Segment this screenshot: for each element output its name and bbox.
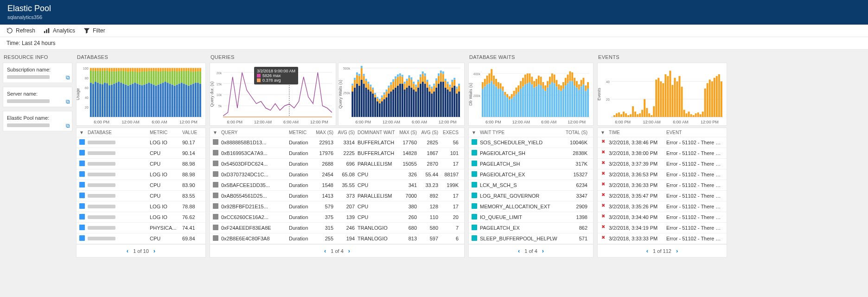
svg-rect-250	[408, 75, 410, 77]
table-row[interactable]: SOS_SCHEDULER_YIELD 10046K	[469, 137, 593, 148]
table-row[interactable]: 3/2/2018, 3:36:53 PM Error - 51102 - The…	[598, 169, 727, 180]
execs: 101	[441, 150, 461, 156]
svg-rect-271	[424, 73, 426, 76]
analytics-button[interactable]: Analytics	[44, 27, 75, 34]
table-row[interactable]: LOG_RATE_GOVERNOR 3347	[469, 191, 593, 201]
col-value[interactable]: VALUE	[182, 130, 203, 135]
refresh-button[interactable]: Refresh	[6, 27, 35, 34]
table-row[interactable]: 0xCC6260CE16A2... Duration 375 139 CPU 2…	[210, 212, 464, 223]
svg-rect-85	[143, 68, 145, 71]
col-event[interactable]: EVENT	[666, 130, 724, 135]
svg-rect-308	[453, 86, 455, 117]
table-row[interactable]: PAGEIOLATCH_SH 2838K	[469, 148, 593, 159]
table-row[interactable]: CPU 83.55	[77, 191, 205, 201]
table-row[interactable]: LOG IO 88.98	[77, 169, 205, 180]
col-metric[interactable]: METRIC	[150, 130, 182, 135]
event-error-icon	[600, 193, 609, 199]
col-execs[interactable]: EXECS	[441, 130, 461, 135]
table-row[interactable]: PHYSICA... 74.41	[77, 223, 205, 233]
svg-rect-0	[44, 31, 45, 33]
svg-rect-253	[410, 77, 412, 80]
col-metric[interactable]: METRIC	[289, 130, 315, 135]
col-avg[interactable]: AVG (S)	[336, 130, 357, 135]
wait-icon	[472, 225, 480, 231]
open-link-icon[interactable]: ⧉	[66, 123, 70, 129]
col-query[interactable]: QUERY	[221, 130, 289, 135]
table-row[interactable]: LOG IO 78.88	[77, 201, 205, 212]
col-avg2[interactable]: AVG (S)	[420, 130, 441, 135]
table-row[interactable]: 3/2/2018, 3:38:00 PM Error - 51102 - The…	[598, 148, 727, 159]
next-page[interactable]: ›	[348, 247, 350, 254]
svg-text:40: 40	[606, 79, 610, 84]
table-row[interactable]: PAGELATCH_SH 317K	[469, 159, 593, 169]
svg-rect-203	[374, 97, 376, 117]
next-page[interactable]: ›	[153, 247, 155, 254]
table-row[interactable]: 3/2/2018, 3:37:39 PM Error - 51102 - The…	[598, 159, 727, 169]
query-waits-chart[interactable]: Query Waits (s) 250k500k 6:00 PM12:00 AM…	[338, 63, 465, 126]
table-row[interactable]: IO_QUEUE_LIMIT 1398	[469, 212, 593, 223]
filter-icon[interactable]: ▼	[600, 130, 609, 135]
svg-rect-243	[404, 84, 406, 90]
table-row[interactable]: CPU 90.14	[77, 148, 205, 159]
table-row[interactable]: 0x2B8E6E4C80F3A8 Duration 255 194 TRANLO…	[210, 233, 464, 244]
table-row[interactable]: LCK_M_SCH_S 6234	[469, 180, 593, 191]
filter-icon[interactable]: ▼	[472, 130, 480, 135]
svg-rect-59	[125, 84, 127, 117]
events-chart[interactable]: Events 2040 6:00 PM12:00 AM6:00 AM12:00 …	[597, 63, 727, 126]
table-row[interactable]: CPU 88.98	[77, 159, 205, 169]
max: 579	[315, 204, 336, 209]
table-row[interactable]: 3/2/2018, 3:35:26 PM Error - 51102 - The…	[598, 201, 727, 212]
table-row[interactable]: LOG IO 90.17	[77, 137, 205, 148]
db-waits-chart[interactable]: Db Waits (s) 200k400k 6:00 PM12:00 AM6:0…	[468, 63, 594, 126]
filter-icon[interactable]: ▼	[213, 130, 221, 135]
table-row[interactable]: 3/2/2018, 3:35:47 PM Error - 51102 - The…	[598, 191, 727, 201]
table-row[interactable]: 0xD3707324DC1C... Duration 2454 65.08 CP…	[210, 169, 464, 180]
next-page[interactable]: ›	[542, 247, 544, 254]
table-row[interactable]: CPU 83.90	[77, 180, 205, 191]
table-row[interactable]: 0xB169953CA7A9... Duration 17976 2225 BU…	[210, 148, 464, 159]
col-time[interactable]: TIME	[609, 130, 666, 135]
svg-rect-248	[408, 86, 410, 117]
table-row[interactable]: 3/2/2018, 3:36:33 PM Error - 51102 - The…	[598, 180, 727, 191]
dashboard-content: RESOURCE INFO Subscription name: ⧉ Serve…	[0, 50, 868, 260]
table-row[interactable]: 0x92BFBFD21E15... Duration 579 207 CPU 3…	[210, 201, 464, 212]
col-total[interactable]: TOTAL (S)	[561, 130, 590, 135]
table-row[interactable]: 0x54503DFDC624... Duration 2688 696 PARA…	[210, 159, 464, 169]
prev-page[interactable]: ‹	[518, 247, 520, 254]
filter-button[interactable]: Filter	[83, 27, 105, 34]
col-wait-type[interactable]: WAIT TYPE	[480, 130, 561, 135]
table-row[interactable]: SLEEP_BUFFERPOOL_HELPLW 571	[469, 233, 593, 244]
col-max2[interactable]: MAX (S)	[398, 130, 420, 135]
open-link-icon[interactable]: ⧉	[66, 98, 70, 105]
prev-page[interactable]: ‹	[127, 247, 128, 254]
table-row[interactable]: 0xF24AEEDF83EA8E Duration 315 246 TRANLO…	[210, 223, 464, 233]
dominant-wait: CPU	[357, 172, 398, 177]
table-row[interactable]: 3/2/2018, 3:34:19 PM Error - 51102 - The…	[598, 223, 727, 233]
table-row[interactable]: LOG IO 76.62	[77, 212, 205, 223]
table-row[interactable]: 0x8888858B1D13... Duration 22913 3314 BU…	[210, 137, 464, 148]
col-dominant-wait[interactable]: DOMINANT WAIT	[357, 130, 398, 135]
table-row[interactable]: 0xAB0554561D25... Duration 1413 373 PARA…	[210, 191, 464, 201]
database-name-redacted	[88, 214, 150, 220]
filter-icon[interactable]: ▼	[79, 130, 88, 135]
col-database[interactable]: DATABASE	[88, 130, 150, 135]
open-link-icon[interactable]: ⧉	[66, 74, 70, 81]
prev-page[interactable]: ‹	[646, 247, 648, 254]
table-row[interactable]: 3/2/2018, 3:34:40 PM Error - 51102 - The…	[598, 212, 727, 223]
table-row[interactable]: PAGELATCH_EX 862	[469, 223, 593, 233]
query-duration-chart[interactable]: Query dur. (s) 5k10k15k20k 3/2/2018 9:00…	[210, 63, 336, 126]
dominant-wait: TRANLOGIO	[357, 225, 398, 231]
table-row[interactable]: PAGEIOLATCH_EX 15327	[469, 169, 593, 180]
svg-rect-185	[361, 80, 363, 117]
next-page[interactable]: ›	[676, 247, 678, 254]
table-row[interactable]: 3/2/2018, 3:38:46 PM Error - 51102 - The…	[598, 137, 727, 148]
prev-page[interactable]: ‹	[324, 247, 326, 254]
table-row[interactable]: MEMORY_ALLOCATION_EXT 2909	[469, 201, 593, 212]
svg-rect-73	[134, 68, 136, 71]
table-row[interactable]: 3/2/2018, 3:33:33 PM Error - 51102 - The…	[598, 233, 727, 244]
table-row[interactable]: 0x5BAFCEE1DD35... Duration 1548 35.55 CP…	[210, 180, 464, 191]
time-range[interactable]: Time: Last 24 hours	[0, 37, 868, 50]
table-row[interactable]: CPU 69.84	[77, 233, 205, 244]
databases-chart[interactable]: Usage 20406080100 6:00 PM12:00 AM6:00 AM…	[76, 63, 206, 126]
col-max[interactable]: MAX (S)	[315, 130, 336, 135]
